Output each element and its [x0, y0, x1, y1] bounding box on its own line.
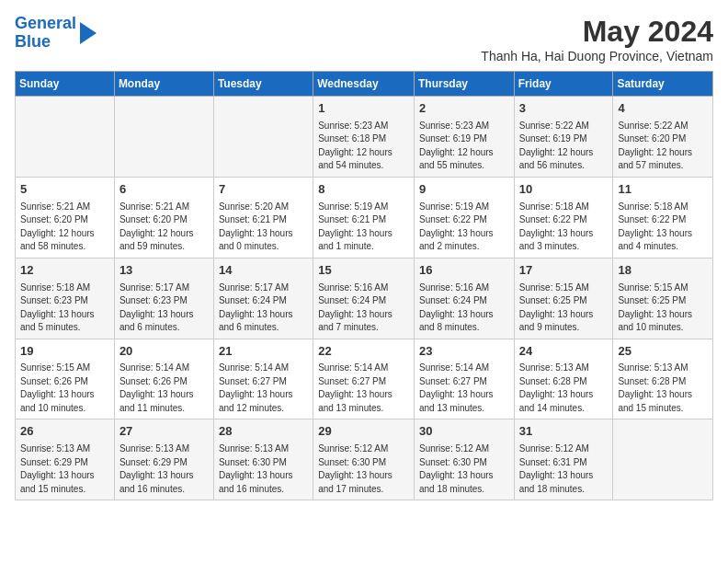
day-info: Sunrise: 5:13 AM Sunset: 6:28 PM Dayligh… — [519, 362, 609, 415]
calendar-cell: 21Sunrise: 5:14 AM Sunset: 6:27 PM Dayli… — [213, 339, 313, 419]
logo-line2: Blue — [15, 32, 51, 51]
day-number: 25 — [618, 343, 708, 361]
logo-line1: General — [15, 14, 76, 32]
header-sunday: Sunday — [16, 72, 115, 97]
day-number: 6 — [119, 181, 209, 199]
day-info: Sunrise: 5:13 AM Sunset: 6:28 PM Dayligh… — [618, 362, 708, 415]
header-saturday: Saturday — [613, 72, 713, 97]
day-number: 17 — [519, 262, 609, 280]
calendar-cell: 27Sunrise: 5:13 AM Sunset: 6:29 PM Dayli… — [114, 419, 213, 500]
day-info: Sunrise: 5:14 AM Sunset: 6:27 PM Dayligh… — [419, 362, 509, 415]
day-number: 10 — [519, 181, 609, 199]
calendar-cell: 11Sunrise: 5:18 AM Sunset: 6:22 PM Dayli… — [613, 177, 713, 258]
day-number: 30 — [419, 423, 509, 441]
day-info: Sunrise: 5:21 AM Sunset: 6:20 PM Dayligh… — [119, 201, 209, 254]
calendar-cell: 28Sunrise: 5:13 AM Sunset: 6:30 PM Dayli… — [213, 419, 313, 500]
calendar-cell: 18Sunrise: 5:15 AM Sunset: 6:25 PM Dayli… — [613, 258, 713, 339]
day-number: 8 — [318, 181, 409, 199]
day-info: Sunrise: 5:17 AM Sunset: 6:24 PM Dayligh… — [219, 282, 308, 335]
calendar-cell: 19Sunrise: 5:15 AM Sunset: 6:26 PM Dayli… — [16, 339, 115, 419]
day-number: 5 — [20, 181, 109, 199]
calendar-week-row: 5Sunrise: 5:21 AM Sunset: 6:20 PM Daylig… — [16, 177, 713, 258]
title-block: May 2024 Thanh Ha, Hai Duong Province, V… — [481, 15, 713, 63]
day-info: Sunrise: 5:23 AM Sunset: 6:18 PM Dayligh… — [318, 120, 409, 173]
header-thursday: Thursday — [414, 72, 514, 97]
day-info: Sunrise: 5:15 AM Sunset: 6:25 PM Dayligh… — [519, 282, 609, 335]
day-info: Sunrise: 5:19 AM Sunset: 6:22 PM Dayligh… — [419, 201, 509, 254]
day-number: 16 — [419, 262, 509, 280]
calendar-week-row: 1Sunrise: 5:23 AM Sunset: 6:18 PM Daylig… — [16, 97, 713, 178]
calendar-cell: 15Sunrise: 5:16 AM Sunset: 6:24 PM Dayli… — [313, 258, 415, 339]
calendar-week-row: 12Sunrise: 5:18 AM Sunset: 6:23 PM Dayli… — [16, 258, 713, 339]
day-number: 27 — [119, 423, 209, 441]
day-info: Sunrise: 5:12 AM Sunset: 6:30 PM Dayligh… — [318, 442, 409, 496]
calendar-week-row: 26Sunrise: 5:13 AM Sunset: 6:29 PM Dayli… — [16, 419, 713, 500]
calendar-cell: 30Sunrise: 5:12 AM Sunset: 6:30 PM Dayli… — [414, 419, 514, 500]
day-number: 7 — [219, 181, 308, 199]
day-info: Sunrise: 5:12 AM Sunset: 6:31 PM Dayligh… — [519, 442, 609, 496]
day-number: 15 — [318, 262, 409, 280]
day-number: 12 — [20, 262, 109, 280]
calendar-cell: 5Sunrise: 5:21 AM Sunset: 6:20 PM Daylig… — [16, 177, 115, 258]
calendar-cell: 10Sunrise: 5:18 AM Sunset: 6:22 PM Dayli… — [514, 177, 613, 258]
calendar-cell: 26Sunrise: 5:13 AM Sunset: 6:29 PM Dayli… — [16, 419, 115, 500]
calendar-cell: 4Sunrise: 5:22 AM Sunset: 6:20 PM Daylig… — [613, 97, 713, 178]
day-number: 4 — [618, 100, 708, 118]
day-info: Sunrise: 5:13 AM Sunset: 6:29 PM Dayligh… — [119, 442, 209, 496]
day-number: 31 — [519, 423, 609, 441]
day-info: Sunrise: 5:19 AM Sunset: 6:21 PM Dayligh… — [318, 201, 409, 254]
calendar-cell: 17Sunrise: 5:15 AM Sunset: 6:25 PM Dayli… — [514, 258, 613, 339]
calendar-cell: 7Sunrise: 5:20 AM Sunset: 6:21 PM Daylig… — [213, 177, 313, 258]
calendar-cell: 16Sunrise: 5:16 AM Sunset: 6:24 PM Dayli… — [414, 258, 514, 339]
month-title: May 2024 — [481, 15, 713, 49]
calendar-cell — [114, 97, 213, 178]
calendar-cell: 31Sunrise: 5:12 AM Sunset: 6:31 PM Dayli… — [514, 419, 613, 500]
calendar-cell: 14Sunrise: 5:17 AM Sunset: 6:24 PM Dayli… — [213, 258, 313, 339]
day-info: Sunrise: 5:14 AM Sunset: 6:27 PM Dayligh… — [318, 362, 409, 415]
header-friday: Friday — [514, 72, 613, 97]
calendar-cell: 3Sunrise: 5:22 AM Sunset: 6:19 PM Daylig… — [514, 97, 613, 178]
day-number: 22 — [318, 343, 409, 361]
day-number: 28 — [219, 423, 308, 441]
day-info: Sunrise: 5:21 AM Sunset: 6:20 PM Dayligh… — [20, 201, 109, 254]
day-info: Sunrise: 5:16 AM Sunset: 6:24 PM Dayligh… — [318, 282, 409, 335]
logo: General Blue — [15, 15, 97, 52]
day-info: Sunrise: 5:17 AM Sunset: 6:23 PM Dayligh… — [119, 282, 209, 335]
day-info: Sunrise: 5:22 AM Sunset: 6:19 PM Dayligh… — [519, 120, 609, 173]
header-tuesday: Tuesday — [213, 72, 313, 97]
day-info: Sunrise: 5:18 AM Sunset: 6:22 PM Dayligh… — [618, 201, 708, 254]
calendar-cell — [613, 419, 713, 500]
day-info: Sunrise: 5:14 AM Sunset: 6:26 PM Dayligh… — [119, 362, 209, 415]
calendar-cell: 22Sunrise: 5:14 AM Sunset: 6:27 PM Dayli… — [313, 339, 415, 419]
calendar-cell: 23Sunrise: 5:14 AM Sunset: 6:27 PM Dayli… — [414, 339, 514, 419]
day-info: Sunrise: 5:18 AM Sunset: 6:23 PM Dayligh… — [20, 282, 109, 335]
calendar-cell: 29Sunrise: 5:12 AM Sunset: 6:30 PM Dayli… — [313, 419, 415, 500]
day-info: Sunrise: 5:16 AM Sunset: 6:24 PM Dayligh… — [419, 282, 509, 335]
header-monday: Monday — [114, 72, 213, 97]
day-number: 19 — [20, 343, 109, 361]
day-info: Sunrise: 5:13 AM Sunset: 6:29 PM Dayligh… — [20, 442, 109, 496]
day-number: 23 — [419, 343, 509, 361]
day-number: 20 — [119, 343, 209, 361]
day-number: 3 — [519, 100, 609, 118]
logo-text: General Blue — [15, 15, 76, 52]
day-number: 11 — [618, 181, 708, 199]
location-subtitle: Thanh Ha, Hai Duong Province, Vietnam — [481, 49, 713, 63]
calendar-header-row: SundayMondayTuesdayWednesdayThursdayFrid… — [16, 72, 713, 97]
day-number: 14 — [219, 262, 308, 280]
day-number: 18 — [618, 262, 708, 280]
calendar-week-row: 19Sunrise: 5:15 AM Sunset: 6:26 PM Dayli… — [16, 339, 713, 419]
day-number: 9 — [419, 181, 509, 199]
day-number: 26 — [20, 423, 109, 441]
calendar-cell: 12Sunrise: 5:18 AM Sunset: 6:23 PM Dayli… — [16, 258, 115, 339]
day-number: 1 — [318, 100, 409, 118]
day-info: Sunrise: 5:20 AM Sunset: 6:21 PM Dayligh… — [219, 201, 308, 254]
page-header: General Blue May 2024 Thanh Ha, Hai Duon… — [15, 15, 713, 63]
day-info: Sunrise: 5:12 AM Sunset: 6:30 PM Dayligh… — [419, 442, 509, 496]
calendar-cell: 6Sunrise: 5:21 AM Sunset: 6:20 PM Daylig… — [114, 177, 213, 258]
calendar-cell: 8Sunrise: 5:19 AM Sunset: 6:21 PM Daylig… — [313, 177, 415, 258]
day-info: Sunrise: 5:14 AM Sunset: 6:27 PM Dayligh… — [219, 362, 308, 415]
calendar-cell: 2Sunrise: 5:23 AM Sunset: 6:19 PM Daylig… — [414, 97, 514, 178]
day-number: 29 — [318, 423, 409, 441]
day-info: Sunrise: 5:18 AM Sunset: 6:22 PM Dayligh… — [519, 201, 609, 254]
